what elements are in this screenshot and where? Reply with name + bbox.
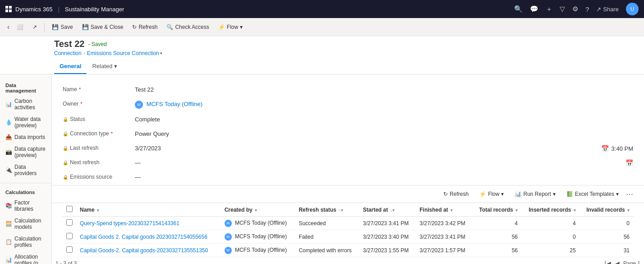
breadcrumb-part1[interactable]: Connection xyxy=(54,50,82,56)
header-inserted-records[interactable]: Inserted records ▾ xyxy=(521,203,580,217)
chat-icon-btn[interactable]: 💬 xyxy=(530,5,538,13)
table-row: Query-Spend types-20230327154143361 M MC… xyxy=(63,217,633,230)
tab-related[interactable]: Related ▾ xyxy=(87,59,123,74)
form-row-next-refresh: 🔒 Next refresh — 📅 xyxy=(63,155,633,169)
app-logo-area: Dynamics 365 | Sustainability Manager xyxy=(5,6,124,13)
user-avatar[interactable]: U xyxy=(626,3,639,15)
refresh-button[interactable]: ↻ Refresh xyxy=(129,22,161,32)
header-started-at[interactable]: Started at ↓▾ xyxy=(359,203,416,217)
row-checkbox-cell xyxy=(63,217,76,230)
sidebar-item-allocation-profiles[interactable]: 📊 Allocation profiles (p... xyxy=(0,251,51,264)
last-refresh-label: 🔒 Last refresh xyxy=(63,143,135,151)
breadcrumb-part2[interactable]: Emissions Source Connection xyxy=(87,50,159,56)
sidebar-item-calculation-profiles[interactable]: 📋 Calculation profiles xyxy=(0,233,51,251)
save-icon: 💾 xyxy=(52,24,59,30)
sort-icon-created-by: ▾ xyxy=(255,208,257,213)
top-navigation: Dynamics 365 | Sustainability Manager 🔍 … xyxy=(0,0,644,18)
sort-icon-finished-at: ▾ xyxy=(451,208,453,213)
sidebar-item-water-data[interactable]: 💧 Water data (preview) xyxy=(0,113,51,131)
back-button[interactable]: ‹ xyxy=(5,21,11,33)
expand-button[interactable]: ⬜ xyxy=(13,22,27,32)
sidebar-item-data-providers[interactable]: 🔌 Data providers xyxy=(0,161,51,179)
form-row-emissions-source: 🔒 Emissions source — xyxy=(63,169,633,184)
more-options-button[interactable]: ⋯ xyxy=(626,190,633,199)
last-refresh-date: 3/27/2023 xyxy=(135,143,601,152)
share-icon: ↗ xyxy=(596,6,601,13)
check-access-icon: 🔍 xyxy=(166,24,173,30)
row-inserted-records: 25 xyxy=(521,244,580,257)
header-refresh-status[interactable]: Refresh status ↑▾ xyxy=(295,203,359,217)
row-invalid-records: 56 xyxy=(580,230,633,244)
first-page-button[interactable]: |◀ xyxy=(604,260,611,264)
run-report-icon: 📊 xyxy=(515,191,521,197)
row-checkbox[interactable] xyxy=(66,233,73,239)
owner-value[interactable]: M MCFS Today (Offline) xyxy=(135,99,633,109)
row-total-records: 56 xyxy=(473,230,521,244)
connection-type-value: Power Query xyxy=(135,129,633,137)
sidebar-item-calculation-models[interactable]: 🧮 Calculation models xyxy=(0,215,51,233)
flow-button[interactable]: ⚡ Flow ▾ xyxy=(215,22,246,32)
search-icon-btn[interactable]: 🔍 xyxy=(514,5,523,13)
save-button[interactable]: 💾 Save xyxy=(48,22,76,32)
breadcrumb-dropdown-icon[interactable]: ▾ xyxy=(160,51,162,56)
header-name[interactable]: Name ▾ xyxy=(76,203,221,217)
header-total-records[interactable]: Total records ▾ xyxy=(473,203,521,217)
open-new-button[interactable]: ↗ xyxy=(29,22,41,32)
form-area: Name * Test 22 Owner * M MCFS Today (Off… xyxy=(52,74,644,185)
row-inserted-records: 0 xyxy=(521,230,580,244)
table-flow-button[interactable]: ⚡ Flow ▾ xyxy=(476,189,507,199)
row-refresh-status: Failed xyxy=(295,230,359,244)
sidebar-item-factor-libraries[interactable]: 📚 Factor libraries xyxy=(0,197,51,215)
created-by-avatar: M xyxy=(225,247,232,254)
row-total-records: 4 xyxy=(473,217,521,230)
row-checkbox[interactable] xyxy=(66,219,73,226)
help-icon-btn[interactable]: ? xyxy=(585,5,589,13)
share-button[interactable]: ↗ Share xyxy=(596,6,619,13)
tab-general[interactable]: General xyxy=(54,59,87,74)
sidebar-item-carbon-activities[interactable]: 📊 Carbon activities xyxy=(0,95,51,113)
table-count: 1 - 3 of 3 xyxy=(55,260,77,264)
run-report-button[interactable]: 📊 Run Report ▾ xyxy=(511,189,559,199)
header-created-by[interactable]: Created by ▾ xyxy=(221,203,295,217)
table-refresh-icon: ↻ xyxy=(443,191,448,197)
row-finished-at: 3/27/2023 3:42 PM xyxy=(416,217,472,230)
owner-label: Owner * xyxy=(63,99,135,107)
flow-dropdown-icon: ▾ xyxy=(240,24,243,30)
settings-icon-btn[interactable]: ⚙ xyxy=(572,5,578,13)
emissions-source-value: — xyxy=(135,172,633,181)
sidebar-item-data-imports[interactable]: 📥 Data imports xyxy=(0,131,51,143)
record-toolbar: ‹ ⬜ ↗ 💾 Save 💾 Save & Close ↻ Refresh 🔍 … xyxy=(0,18,644,36)
select-all-checkbox[interactable] xyxy=(66,206,73,212)
last-refresh-time: 3:40 PM xyxy=(612,145,633,152)
row-invalid-records: 0 xyxy=(580,217,633,230)
tabs-bar: General Related ▾ xyxy=(0,59,644,74)
calendar-icon-2[interactable]: 📅 xyxy=(626,159,633,167)
sidebar-item-label: Calculation models xyxy=(14,218,46,230)
row-finished-at: 3/27/2023 3:41 PM xyxy=(416,230,472,244)
row-name: Capital Goods 2. Capital goods 202303271… xyxy=(76,230,221,244)
header-finished-at[interactable]: Finished at ▾ xyxy=(416,203,472,217)
excel-templates-button[interactable]: 📗 Excel Templates ▾ xyxy=(563,189,622,199)
prev-page-button[interactable]: ◀ xyxy=(615,260,620,264)
check-access-button[interactable]: 🔍 Check Access xyxy=(163,22,212,32)
calendar-icon-1[interactable]: 📅 xyxy=(601,145,609,152)
data-imports-icon: 📥 xyxy=(5,134,12,140)
save-close-button[interactable]: 💾 Save & Close xyxy=(78,22,127,32)
sidebar-item-label: Water data (preview) xyxy=(14,116,46,129)
data-capture-icon: 📸 xyxy=(5,149,12,155)
add-icon-btn[interactable]: ＋ xyxy=(546,5,552,14)
created-by-avatar: M xyxy=(225,220,232,227)
toolbar-separator-1 xyxy=(44,23,45,32)
table-row: Capital Goods 2. Capital goods 202303271… xyxy=(63,230,633,244)
sidebar-item-data-capture[interactable]: 📸 Data capture (preview) xyxy=(0,143,51,161)
table-refresh-button[interactable]: ↻ Refresh xyxy=(440,189,472,199)
water-data-icon: 💧 xyxy=(5,119,12,125)
pagination: |◀ ◀ Page 1 xyxy=(604,260,640,264)
row-created-by: M MCFS Today (Offline) xyxy=(221,230,295,244)
row-name: Capital Goods-2. Capital goods-202303271… xyxy=(76,244,221,257)
filter-icon-btn[interactable]: ▽ xyxy=(560,5,565,13)
header-invalid-records[interactable]: Invalid records ▾ xyxy=(580,203,633,217)
row-checkbox[interactable] xyxy=(66,246,73,253)
grid-icon xyxy=(5,6,12,12)
table-flow-icon: ⚡ xyxy=(479,191,486,197)
